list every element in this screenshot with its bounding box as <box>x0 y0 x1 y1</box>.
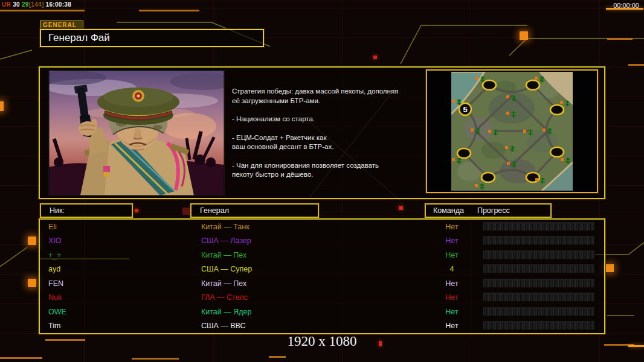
supply-pile-dot <box>452 158 455 161</box>
portrait-art <box>49 71 224 195</box>
debug-segment: 16:00:38 <box>44 1 72 8</box>
decor-line <box>0 10 85 11</box>
map-preview: 5 $$$$$$$$$$$$$$$$ <box>451 72 573 191</box>
supply-pile-dot <box>523 130 526 133</box>
supply-pile-dot <box>561 158 564 161</box>
supply-pile-dot <box>506 95 509 98</box>
decor-line <box>269 356 286 358</box>
player-general: Китай — Пех <box>201 279 246 288</box>
player-row: TimСША — ВВСНет <box>40 319 604 334</box>
player-name: Eli <box>48 223 57 231</box>
supply-pile-dot <box>488 130 491 133</box>
decor-line <box>628 64 644 66</box>
player-general: США — ВВС <box>201 322 246 330</box>
player-progress-bar <box>483 307 594 316</box>
debug-readout: UR 30 29[144] 16:00:38 <box>2 1 71 8</box>
player-progress-bar <box>483 265 594 274</box>
decor-line <box>628 345 644 347</box>
player-progress-bar <box>483 293 594 302</box>
decor-line <box>139 10 199 11</box>
decor-square <box>606 264 614 272</box>
decor-square <box>28 237 36 245</box>
general-title: Генерал Фай <box>40 29 264 47</box>
supply-dollar-icon: $ <box>512 94 515 101</box>
player-team: Нет <box>427 293 477 302</box>
supply-pile-dot <box>535 77 538 80</box>
player-row: +_+Китай — ПехНет <box>40 248 604 262</box>
briefing-paragraph: - Чан для клонирования позволяет создава… <box>232 161 420 180</box>
player-row: aydСША — Супер4 <box>40 262 604 277</box>
supply-dollar-icon: $ <box>541 177 544 184</box>
decor-square <box>399 206 403 210</box>
game-timer: 00:00:00 <box>613 2 639 9</box>
decor-line <box>45 339 85 341</box>
supply-pile-dot <box>507 162 510 165</box>
player-general: ГЛА — Стелс <box>201 293 248 302</box>
briefing-paragraph: Стратегия победы: давка массой пехоты, д… <box>232 87 420 106</box>
supply-dollar-icon: $ <box>565 100 569 107</box>
start-position-number: 5 <box>463 105 467 114</box>
player-name: Nuk <box>48 293 62 302</box>
decor-square <box>28 279 36 287</box>
decor-line <box>0 357 42 359</box>
player-general: Китай — Ядер <box>201 308 251 316</box>
supply-dollar-icon: $ <box>457 98 461 106</box>
loading-screen: UR 30 29[144] 16:00:38 00:00:00 GENERAL … <box>0 0 644 362</box>
player-general: Китай — Пех <box>201 251 246 259</box>
player-row: OWEКитай — ЯдерНет <box>40 305 604 319</box>
player-progress-bar <box>483 279 594 288</box>
map-preview-box: 5 $$$$$$$$$$$$$$$$ <box>426 69 598 193</box>
player-row: FENКитай — ПехНет <box>40 276 604 291</box>
supply-dollar-icon: $ <box>480 183 484 190</box>
player-general: США — Лазер <box>201 237 251 245</box>
player-row: NukГЛА — СтелсНет <box>40 291 604 305</box>
player-name: FEN <box>48 279 63 288</box>
debug-segment: UR <box>2 1 11 8</box>
player-progress-bar <box>483 222 594 231</box>
supply-pile-dot <box>506 112 509 115</box>
briefing-paragraph: - Национализм со старта. <box>232 115 420 124</box>
decor-square <box>135 209 138 212</box>
briefing-paragraph: - ЕЦМ-Солдат + Ракетчик как ваш основной… <box>232 133 420 152</box>
player-name: XIO <box>48 237 62 245</box>
header-general: Генерал <box>190 203 319 218</box>
general-tag: GENERAL <box>40 21 83 29</box>
player-name: +_+ <box>48 251 62 259</box>
supply-pile-dot <box>452 100 455 103</box>
supply-dollar-icon: $ <box>540 75 544 83</box>
decor-square <box>182 208 190 215</box>
debug-segment: [144] <box>29 1 44 8</box>
supply-pile-dot <box>471 129 474 132</box>
player-team: Нет <box>427 223 477 231</box>
decor-line <box>607 38 633 40</box>
supply-pile-dot <box>475 77 478 80</box>
player-team: 4 <box>427 265 477 273</box>
debug-segment: 29 <box>20 1 29 8</box>
debug-segment: 30 <box>11 1 20 8</box>
supply-dollar-icon: $ <box>566 157 570 164</box>
supply-pile-dot <box>535 178 538 181</box>
supply-pile-dot <box>475 184 478 187</box>
strategy-briefing: Стратегия победы: давка массой пехоты, д… <box>232 87 420 189</box>
player-team: Нет <box>427 237 477 245</box>
supply-dollar-icon: $ <box>510 145 514 152</box>
supply-pile-dot <box>560 101 563 104</box>
resolution-label: 1920 x 1080 <box>231 334 413 349</box>
player-name: ayd <box>48 265 60 273</box>
general-info-panel: Стратегия победы: давка массой пехоты, д… <box>39 66 605 199</box>
player-team: Нет <box>427 279 477 288</box>
supply-dollar-icon: $ <box>481 75 485 83</box>
supply-pile-dot <box>543 129 546 132</box>
decor-square <box>373 56 377 59</box>
supply-dollar-icon: $ <box>548 127 552 135</box>
player-table: EliКитай — ТанкНетXIOСША — ЛазерНет+_+Ки… <box>39 218 605 334</box>
header-team: Команда <box>426 205 464 217</box>
player-progress-bar <box>483 237 594 246</box>
player-general: США — Супер <box>201 265 252 273</box>
player-row: EliКитай — ТанкНет <box>40 220 604 234</box>
supply-pile-dot <box>505 146 508 149</box>
decor-line <box>132 358 179 360</box>
supply-dollar-icon: $ <box>512 110 515 118</box>
supply-dollar-icon: $ <box>529 129 532 136</box>
player-row: XIOСША — ЛазерНет <box>40 234 604 249</box>
